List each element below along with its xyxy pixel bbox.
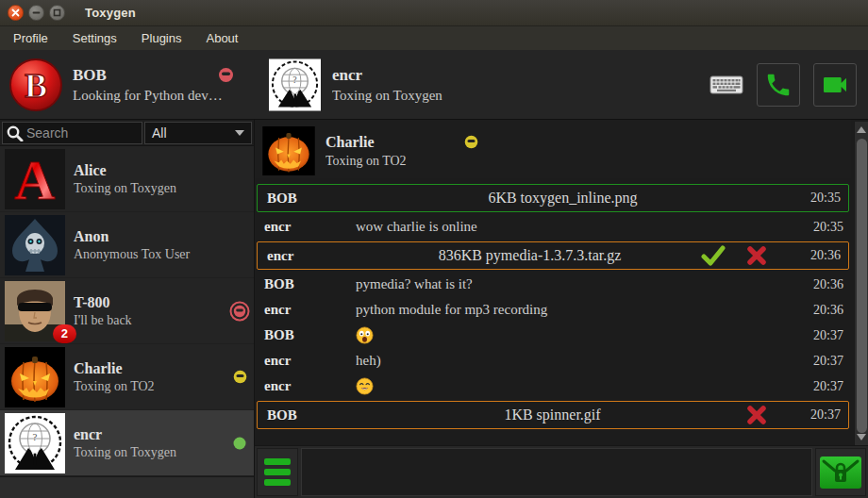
message-row-file[interactable]: BOB 6KB toxygen_inline.png 20:35 — [257, 184, 849, 212]
contact-status-message: Anonymous Tox User — [74, 247, 225, 262]
self-status-message: Looking for Python dev… — [73, 88, 236, 104]
scroll-down-icon[interactable] — [857, 434, 866, 440]
menu-bars-icon — [264, 469, 291, 475]
alice-avatar: A — [5, 149, 65, 209]
send-message-button[interactable] — [815, 448, 866, 496]
message-row: encr python module for mp3 recording 20:… — [255, 297, 851, 323]
message-text: python module for mp3 recording — [356, 302, 770, 318]
message-row: BOB 20:37 — [255, 323, 851, 348]
contact-list: A Alice Toxing on Toxygen — [0, 146, 254, 498]
message-row-file[interactable]: encr 836KB pymedia-1.3.7.3.tar.gz 20:36 — [257, 241, 849, 270]
search-box[interactable] — [2, 122, 142, 144]
contacts-filter-dropdown[interactable]: All — [144, 122, 252, 144]
scrollbar-thumb[interactable] — [857, 139, 867, 433]
accept-file-icon[interactable] — [701, 245, 726, 266]
minimize-icon[interactable] — [28, 5, 44, 21]
file-transfer-label: 6KB toxygen_inline.png — [359, 190, 767, 207]
peer-name: encr — [332, 66, 362, 85]
close-icon[interactable] — [8, 5, 24, 21]
menu-about[interactable]: About — [194, 28, 249, 48]
message-time: 20:36 — [788, 248, 841, 263]
message-time: 20:36 — [791, 303, 843, 318]
screen-keyboard-icon[interactable] — [709, 74, 743, 96]
attachments-menu-button[interactable] — [257, 448, 298, 496]
menu-settings[interactable]: Settings — [61, 28, 128, 48]
fearful-face-emoji — [356, 326, 374, 344]
svg-text:?: ? — [33, 431, 38, 442]
video-call-button[interactable] — [813, 63, 857, 107]
message-sender: BOB — [264, 327, 356, 343]
contact-status-message: Toxing on TO2 — [74, 379, 225, 394]
self-profile[interactable]: B BOB Looking for Python dev… — [0, 58, 255, 111]
chat-peer-status-message: Toxing on TO2 — [326, 154, 832, 169]
chat-peer-avatar — [262, 126, 315, 175]
search-input[interactable] — [26, 125, 138, 141]
message-sender: encr — [264, 378, 356, 394]
search-row: All — [0, 120, 254, 146]
chat-pane: Charlie Toxing on TO2 BOB 6KB toxygen_in… — [255, 120, 868, 498]
toxygen-window: Toxygen Profile Settings Plugins About B… — [0, 0, 868, 498]
away-status-icon — [464, 135, 478, 149]
scroll-up-icon[interactable] — [857, 126, 866, 133]
message-row-file[interactable]: BOB 1KB spinner.gif 20:37 — [257, 401, 849, 429]
svg-text:A: A — [14, 149, 55, 209]
message-time: 20:37 — [791, 328, 843, 343]
phone-icon — [764, 71, 793, 99]
message-text: wow charlie is online — [356, 219, 770, 235]
message-sender: BOB — [267, 407, 359, 423]
message-row: BOB pymedia? what is it? 20:36 — [255, 272, 851, 297]
contact-name: Charlie — [74, 360, 225, 377]
message-text: heh) — [356, 353, 770, 369]
contact-status-message: I'll be back — [74, 313, 225, 328]
decline-file-icon[interactable] — [746, 245, 767, 266]
message-list: BOB 6KB toxygen_inline.png 20:35 encr wo… — [255, 178, 851, 429]
menubar: Profile Settings Plugins About — [0, 26, 868, 50]
busy-status-icon — [218, 67, 234, 83]
message-row: encr heh) 20:37 — [255, 348, 851, 374]
message-sender: BOB — [264, 276, 356, 292]
contact-row-encr[interactable]: ? encr Toxing on Toxygen — [0, 410, 254, 476]
online-status-icon — [233, 437, 246, 450]
window-title: Toxygen — [85, 6, 136, 20]
file-transfer-label: 836KB pymedia-1.3.7.3.tar.gz — [359, 247, 701, 264]
decline-file-icon[interactable] — [746, 405, 767, 425]
video-camera-icon — [820, 70, 850, 100]
message-time: 20:37 — [788, 407, 841, 423]
maximize-icon[interactable] — [49, 5, 65, 21]
message-sender: encr — [264, 353, 356, 369]
message-time: 20:36 — [791, 277, 843, 292]
menu-bars-icon — [264, 458, 291, 465]
peer-status-message: Toxing on Toxygen — [332, 88, 691, 104]
menu-plugins[interactable]: Plugins — [130, 28, 193, 48]
contact-row-charlie[interactable]: Charlie Toxing on TO2 — [0, 344, 254, 410]
svg-text:?: ? — [292, 75, 296, 85]
titlebar: Toxygen — [0, 0, 868, 26]
self-avatar[interactable]: B — [9, 58, 62, 111]
contact-status-message: Toxing on Toxygen — [74, 445, 225, 460]
message-time: 20:37 — [791, 354, 843, 369]
message-sender: encr — [267, 248, 359, 264]
contact-row-alice[interactable]: A Alice Toxing on Toxygen — [0, 146, 254, 212]
message-input[interactable] — [301, 448, 812, 496]
encrypted-send-icon — [819, 455, 862, 490]
contact-row-t800[interactable]: 2 T-800 I'll be back — [0, 278, 254, 344]
t800-avatar: 2 — [5, 281, 65, 341]
chat-peer-header: Charlie Toxing on TO2 — [255, 120, 851, 178]
file-transfer-label: 1KB spinner.gif — [359, 407, 746, 423]
message-row: encr 20:37 — [255, 374, 851, 399]
message-sender: encr — [264, 219, 356, 235]
unread-badge: 2 — [53, 324, 76, 343]
message-time: 20:35 — [788, 191, 841, 206]
peer-avatar: ? — [269, 58, 322, 111]
busy-unread-status-icon — [229, 301, 250, 322]
menu-profile[interactable]: Profile — [2, 28, 59, 48]
menu-bars-icon — [264, 479, 291, 486]
chat-peer-name: Charlie — [326, 134, 375, 151]
message-sender: BOB — [267, 191, 359, 207]
chat-scrollbar[interactable] — [854, 122, 868, 445]
audio-call-button[interactable] — [757, 63, 800, 107]
composer-bar — [255, 445, 868, 498]
message-time: 20:37 — [791, 379, 843, 394]
contact-row-anon[interactable]: Anon Anonymous Tox User — [0, 212, 254, 278]
contact-name: Anon — [74, 228, 225, 245]
